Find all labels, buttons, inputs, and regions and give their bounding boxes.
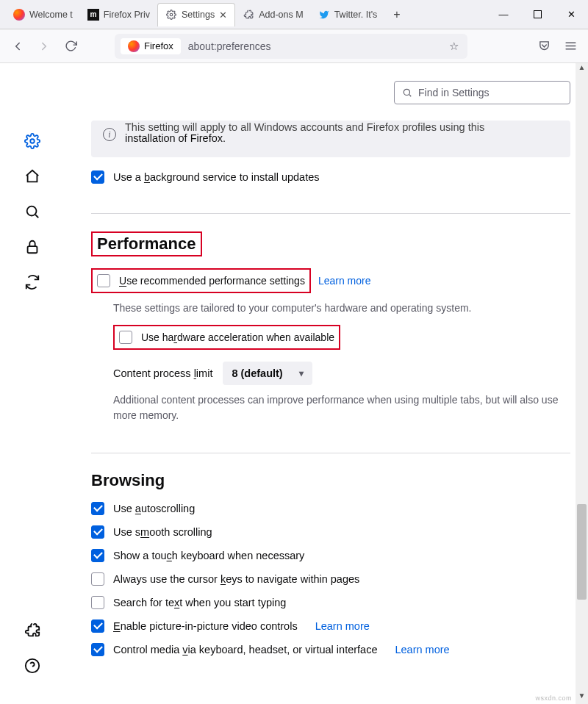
site-icon: m: [87, 9, 99, 21]
url-bar[interactable]: Firefox about:preferences ☆: [115, 34, 467, 59]
maximize-button[interactable]: [520, 0, 554, 29]
svg-point-0: [170, 13, 173, 16]
tab-welcome[interactable]: Welcome t: [6, 3, 80, 26]
svg-rect-1: [534, 11, 541, 18]
banner-line1: This setting will apply to all Windows a…: [125, 121, 557, 136]
url-text: about:preferences: [188, 40, 271, 52]
close-tab-icon[interactable]: ✕: [219, 10, 227, 21]
tab-twitter[interactable]: Twitter. It's: [311, 3, 385, 26]
browsing-option-row[interactable]: Use smooth scrolling: [91, 525, 570, 539]
tab-addons[interactable]: Add-ons M: [235, 3, 310, 26]
titlebar: Welcome t m Firefox Priv Settings ✕ Add-…: [0, 0, 588, 29]
browsing-options: Use autoscrollingUse smooth scrollingSho…: [91, 502, 570, 656]
category-home[interactable]: [21, 165, 44, 188]
bg-service-label: Use a background service to install upda…: [113, 171, 320, 183]
scroll-down-icon[interactable]: ▼: [576, 692, 588, 704]
bg-service-checkbox[interactable]: [91, 170, 104, 184]
perf-learn-more-link[interactable]: Learn more: [318, 275, 371, 287]
category-help[interactable]: [21, 654, 44, 678]
checkbox[interactable]: [91, 619, 104, 633]
scroll-up-icon[interactable]: ▲: [576, 63, 588, 76]
tab-label: Settings: [182, 10, 215, 20]
pocket-button[interactable]: [532, 35, 556, 58]
recommended-perf-label: Use recommended performance settings: [119, 275, 305, 287]
new-tab-button[interactable]: +: [384, 8, 409, 21]
bookmark-star-icon[interactable]: ☆: [446, 40, 462, 53]
checkbox[interactable]: [91, 502, 104, 515]
forward-button[interactable]: [32, 35, 56, 58]
vertical-scrollbar[interactable]: ▲ ▼: [576, 63, 588, 704]
browsing-option-row[interactable]: Use autoscrolling: [91, 502, 570, 515]
firefox-icon: [128, 40, 140, 52]
performance-heading: Performance: [91, 231, 570, 256]
checkbox[interactable]: [91, 572, 104, 586]
svg-line-12: [409, 95, 412, 97]
option-label: Search for text when you start typing: [113, 597, 286, 608]
content-limit-select[interactable]: 8 (default) ▾: [223, 362, 312, 385]
svg-point-11: [404, 89, 409, 95]
close-window-button[interactable]: ✕: [554, 0, 588, 29]
info-icon: i: [103, 128, 116, 141]
browsing-option-row[interactable]: Always use the cursor keys to navigate w…: [91, 572, 570, 586]
category-search[interactable]: [21, 200, 44, 223]
svg-line-7: [35, 215, 38, 218]
tab-privacy[interactable]: m Firefox Priv: [80, 3, 157, 26]
option-label: Show a touch keyboard when necessary: [113, 550, 304, 561]
info-banner: i This setting will apply to all Windows…: [91, 121, 570, 157]
divider: [91, 213, 570, 214]
category-general[interactable]: [21, 129, 44, 153]
app-menu-button[interactable]: [559, 35, 582, 58]
scrollbar-thumb[interactable]: [577, 504, 587, 600]
tab-label: Firefox Priv: [104, 10, 150, 20]
perf-additional-text: Additional content processes can improve…: [113, 392, 570, 423]
recommended-perf-row[interactable]: Use recommended performance settings: [91, 268, 311, 293]
search-placeholder: Find in Settings: [418, 87, 490, 98]
reload-button[interactable]: [59, 35, 82, 58]
checkbox[interactable]: [91, 525, 104, 539]
nav-toolbar: Firefox about:preferences ☆: [0, 29, 588, 63]
search-settings-input[interactable]: Find in Settings: [394, 81, 570, 104]
hw-accel-checkbox[interactable]: [119, 331, 132, 344]
option-label: Control media via keyboard, headset, or …: [113, 644, 377, 655]
tab-label: Twitter. It's: [334, 10, 378, 20]
search-icon: [402, 87, 412, 98]
category-sync[interactable]: [21, 270, 44, 294]
back-button[interactable]: [6, 35, 29, 58]
category-privacy[interactable]: [21, 235, 44, 259]
hw-accel-row[interactable]: Use hardware acceleration when available: [113, 325, 340, 350]
content-limit-label: Content process limit: [113, 367, 212, 379]
browsing-option-row[interactable]: Search for text when you start typing: [91, 596, 570, 609]
svg-point-6: [27, 206, 37, 216]
select-value: 8 (default): [232, 367, 282, 379]
settings-main: Find in Settings i This setting will app…: [65, 63, 588, 704]
identity-label: Firefox: [144, 40, 173, 51]
firefox-icon: [13, 9, 25, 21]
browsing-option-row[interactable]: Enable picture-in-picture video controls…: [91, 619, 570, 633]
category-extensions[interactable]: [21, 619, 44, 642]
checkbox[interactable]: [91, 549, 104, 562]
tab-settings[interactable]: Settings ✕: [157, 3, 235, 26]
settings-sidebar: [0, 63, 65, 704]
identity-box[interactable]: Firefox: [121, 38, 181, 54]
checkbox[interactable]: [91, 596, 104, 609]
learn-more-link[interactable]: Learn more: [315, 620, 370, 632]
puzzle-icon: [243, 9, 254, 21]
hw-accel-label: Use hardware acceleration when available: [141, 331, 334, 343]
learn-more-link[interactable]: Learn more: [395, 644, 449, 655]
checkbox[interactable]: [91, 643, 104, 656]
gear-icon: [165, 9, 177, 21]
browsing-option-row[interactable]: Show a touch keyboard when necessary: [91, 549, 570, 562]
browsing-option-row[interactable]: Control media via keyboard, headset, or …: [91, 643, 570, 656]
minimize-button[interactable]: —: [487, 0, 520, 29]
bg-service-row[interactable]: Use a background service to install upda…: [91, 170, 570, 184]
chevron-down-icon: ▾: [299, 368, 304, 378]
watermark: wsxdn.com: [535, 694, 572, 702]
tab-label: Welcome t: [29, 10, 73, 20]
recommended-perf-checkbox[interactable]: [97, 274, 110, 287]
svg-point-5: [30, 139, 35, 143]
window-controls: — ✕: [487, 0, 588, 29]
twitter-icon: [318, 9, 330, 21]
option-label: Use smooth scrolling: [113, 526, 212, 538]
option-label: Enable picture-in-picture video controls: [113, 620, 298, 632]
tab-label: Add-ons M: [259, 10, 303, 20]
